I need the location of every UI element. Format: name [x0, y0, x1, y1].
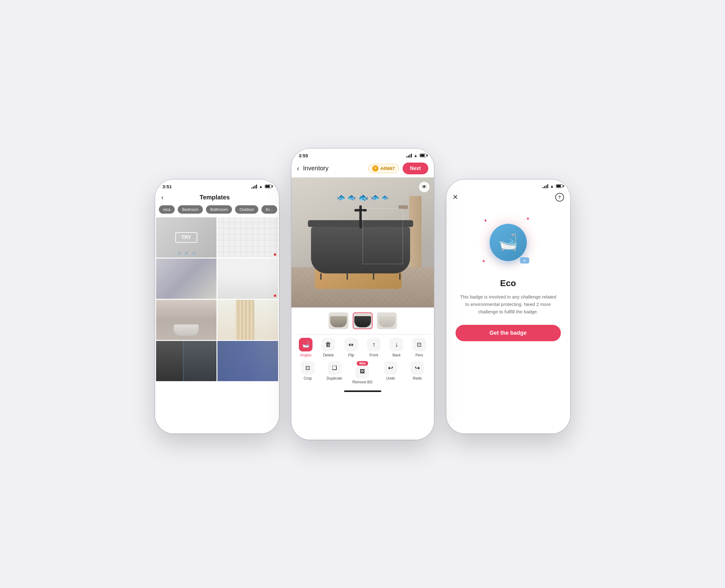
undo-icon-wrap: ↩	[384, 361, 397, 375]
fish-4: 🐟	[371, 193, 379, 202]
undo-button[interactable]: ↩ Undo	[382, 361, 399, 384]
back-action-button[interactable]: ↓ Back	[388, 338, 405, 357]
home-indicator	[344, 391, 381, 392]
x-corner: x	[520, 257, 529, 264]
right-wifi: ▲	[550, 184, 554, 189]
mini-icon-1: 🚿	[177, 251, 182, 256]
front-button[interactable]: ↑ Front	[365, 338, 382, 357]
removebg-icon: 🖼	[360, 369, 365, 374]
r-bar4	[547, 184, 548, 188]
left-notch	[197, 180, 237, 188]
fish-3: 🐟	[358, 193, 368, 203]
duplicate-button[interactable]: ❑ Duplicate	[326, 361, 343, 384]
phone-left: 3:51 ▲ ‹ Templates nica	[155, 180, 279, 434]
inventory-back[interactable]: ‹	[297, 164, 299, 173]
left-status-right: ▲	[251, 184, 272, 189]
redo-button[interactable]: ↪ Redo	[409, 361, 426, 384]
right-battery	[556, 184, 563, 188]
center-battery-fill	[420, 154, 424, 157]
bathtub-body	[311, 227, 410, 273]
mini-icon-2: 🚿	[184, 251, 189, 256]
template-cell-3[interactable]	[156, 258, 217, 299]
new-badge: New	[357, 361, 368, 366]
cell-bg-4	[218, 258, 278, 299]
eye-button[interactable]: 👁	[419, 182, 430, 192]
template-try[interactable]: TRY 🚿 🚿 🚿	[156, 217, 217, 258]
thumb-2[interactable]	[353, 312, 373, 329]
angles-button[interactable]: 🛁 Angles	[297, 338, 314, 357]
toolbar-row-1: 🛁 Angles 🗑 Delete ⇔ Flip ↑ Fron	[291, 334, 434, 359]
badge-title: Eco	[500, 278, 516, 288]
back-button[interactable]: ‹	[161, 193, 164, 202]
bathtub-container	[308, 220, 413, 279]
template-cell-5[interactable]	[156, 300, 217, 340]
r-bar1	[543, 187, 543, 188]
delete-icon: 🗑	[325, 341, 331, 348]
removebg-button[interactable]: New 🖼 Remove BG	[352, 361, 373, 384]
thumb-1[interactable]	[329, 312, 348, 329]
thumb-tub-2	[354, 316, 371, 327]
cat-nica[interactable]: nica	[159, 205, 175, 214]
fish-1: 🐟	[337, 193, 345, 202]
bar2	[253, 186, 254, 189]
back-action-label: Back	[392, 353, 401, 357]
duplicate-icon-wrap: ❑	[328, 361, 341, 375]
front-label: Front	[370, 353, 378, 357]
help-button[interactable]: ?	[555, 193, 564, 202]
get-badge-button[interactable]: Get the badge	[456, 325, 561, 341]
crop-label: Crop	[304, 376, 312, 381]
template-cell-6[interactable]	[218, 300, 278, 340]
flip-button[interactable]: ⇔ Flip	[343, 338, 360, 357]
cat-kitchen[interactable]: Ki...	[262, 205, 277, 214]
template-cell-2[interactable]	[218, 217, 278, 258]
blue-overlay	[218, 341, 278, 381]
badge-tub-icon: 🛁	[498, 233, 518, 252]
cat-bedroom[interactable]: Bedroom	[178, 205, 203, 214]
phone-center: 3:55 ▲ ‹ Inventory D	[291, 149, 434, 440]
curtain	[236, 300, 254, 340]
shelf-item-1	[398, 205, 408, 209]
right-status-right: ▲	[543, 184, 563, 189]
thumb-tub-1	[330, 316, 347, 327]
pers-button[interactable]: ⊡ Pers	[411, 338, 428, 357]
delete-button[interactable]: 🗑 Delete	[319, 338, 337, 357]
bar3	[254, 186, 255, 189]
cat-bathroom[interactable]: Bathroom	[206, 205, 232, 214]
c-bar3	[409, 154, 410, 158]
front-icon: ↑	[372, 341, 375, 348]
left-time: 3:51	[163, 184, 172, 189]
thumb-3[interactable]	[377, 312, 397, 329]
removebg-icon-wrap: 🖼	[355, 365, 369, 378]
template-cell-7[interactable]	[156, 341, 217, 381]
coin-badge: D 445667	[368, 164, 399, 173]
wifi-icon: ▲	[259, 184, 263, 189]
cat-outdoor[interactable]: Outdoor	[235, 205, 258, 214]
category-row: nica Bedroom Bathroom Outdoor Ki...	[155, 205, 279, 217]
faucet-arm	[354, 209, 367, 211]
templates-title: Templates	[167, 194, 262, 201]
crop-icon: ⊡	[305, 364, 310, 371]
inventory-nav: ‹ Inventory D 445667 Next	[291, 160, 434, 177]
center-notch	[343, 149, 383, 157]
crop-icon-wrap: ⊡	[301, 361, 315, 375]
r-bar2	[544, 186, 545, 188]
duplicate-icon: ❑	[332, 364, 337, 371]
template-cell-8[interactable]	[218, 341, 278, 381]
pers-icon: ⊡	[417, 341, 421, 348]
eye-icon: 👁	[422, 184, 427, 190]
red-dot-4	[274, 294, 276, 297]
angles-icon-wrap: 🛁	[299, 338, 312, 352]
right-signal	[543, 184, 548, 188]
c-bar2	[408, 155, 409, 158]
template-cell-4[interactable]	[218, 258, 278, 299]
close-button[interactable]: ✕	[453, 193, 458, 201]
center-status-right: ▲	[406, 153, 427, 158]
coin-amount: 445667	[380, 166, 395, 171]
sparkle-1: ✦	[483, 218, 488, 224]
next-button[interactable]: Next	[402, 163, 428, 174]
inventory-title: Inventory	[303, 165, 329, 172]
templates-nav: ‹ Templates	[155, 191, 279, 205]
shower-glass	[183, 341, 216, 381]
crop-button[interactable]: ⊡ Crop	[299, 361, 316, 384]
cell-bg-3	[156, 258, 217, 299]
